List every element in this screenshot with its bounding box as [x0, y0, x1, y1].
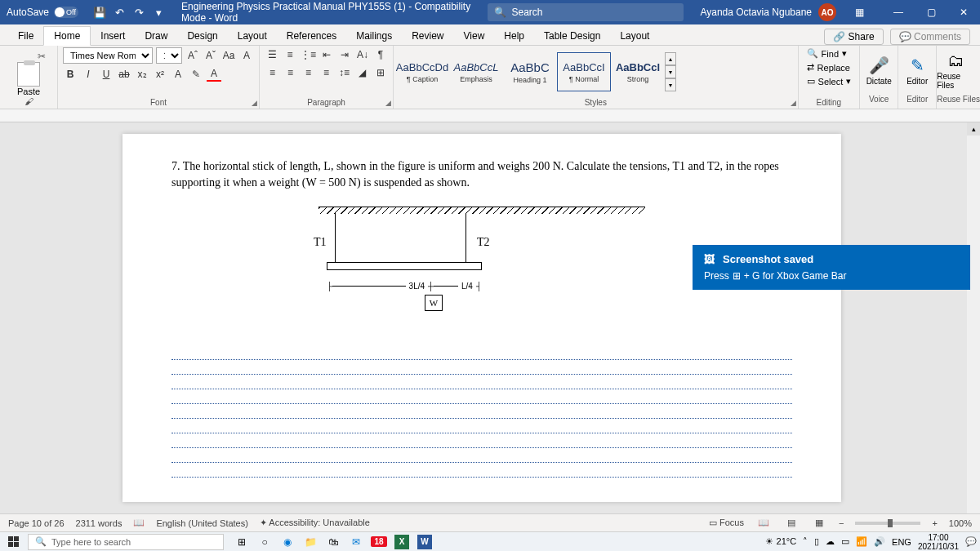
shrink-font-icon[interactable]: Aˇ	[203, 48, 218, 63]
subscript-button[interactable]: x₂	[135, 67, 149, 82]
notifications-icon[interactable]: 💬	[965, 536, 977, 547]
zoom-slider[interactable]	[855, 522, 920, 525]
text-effects-icon[interactable]: A	[171, 67, 185, 82]
save-icon[interactable]: 💾	[91, 4, 108, 20]
onedrive-icon[interactable]: ☁	[826, 536, 835, 547]
tab-design[interactable]: Design	[177, 27, 227, 45]
highlight-icon[interactable]: ✎	[189, 67, 203, 82]
tab-review[interactable]: Review	[402, 27, 453, 45]
volume-icon[interactable]: 🔊	[874, 536, 885, 547]
dictate-button[interactable]: 🎤 Dictate	[860, 46, 898, 95]
tab-view[interactable]: View	[454, 27, 495, 45]
document-page[interactable]: 7. The horizontal stick of length, L, sh…	[122, 134, 841, 502]
justify-icon[interactable]: ≡	[319, 65, 334, 80]
clock[interactable]: 17:00 2021/10/31	[918, 533, 959, 551]
accessibility-indicator[interactable]: ✦ Accessibility: Unavailable	[260, 518, 370, 528]
clear-format-icon[interactable]: A	[239, 48, 254, 63]
reuse-files-button[interactable]: 🗂 Reuse Files	[937, 46, 974, 95]
format-painter-icon[interactable]: 🖌	[24, 96, 33, 106]
paste-icon[interactable]	[17, 62, 40, 87]
tab-help[interactable]: Help	[494, 27, 534, 45]
user-avatar[interactable]: AO	[818, 3, 836, 21]
tray-chevron-icon[interactable]: ˄	[803, 536, 808, 547]
zoom-out-button[interactable]: −	[839, 518, 844, 528]
font-family-select[interactable]: Times New Roma	[63, 47, 153, 64]
zoom-level[interactable]: 100%	[949, 518, 972, 528]
spellcheck-icon[interactable]: 📖	[133, 518, 145, 528]
weather-widget[interactable]: ☀ 21°C	[765, 536, 796, 547]
read-mode-icon[interactable]: 📖	[755, 517, 772, 530]
tab-home[interactable]: Home	[43, 26, 91, 46]
show-marks-icon[interactable]: ¶	[373, 47, 388, 62]
mail-icon[interactable]: ✉	[348, 534, 364, 550]
focus-mode-button[interactable]: ▭ Focus	[709, 518, 744, 528]
line-spacing-icon[interactable]: ↕≡	[337, 65, 352, 80]
decrease-indent-icon[interactable]: ⇤	[319, 47, 334, 62]
sort-icon[interactable]: A↓	[355, 47, 370, 62]
qat-dropdown-icon[interactable]: ▾	[150, 4, 167, 20]
word-taskbar-icon[interactable]: W	[416, 534, 433, 550]
align-center-icon[interactable]: ≡	[283, 65, 298, 80]
start-button[interactable]	[3, 534, 23, 550]
scroll-up-icon[interactable]: ▴	[967, 122, 980, 136]
tab-mailings[interactable]: Mailings	[346, 27, 402, 45]
screenshot-toast[interactable]: 🖼 Screenshot saved Press ⊞ + G for Xbox …	[693, 245, 970, 290]
replace-button[interactable]: ⇄Replace	[804, 61, 853, 73]
select-button[interactable]: ▭Select ▾	[804, 75, 855, 87]
grow-font-icon[interactable]: Aˆ	[185, 48, 200, 63]
align-right-icon[interactable]: ≡	[301, 65, 316, 80]
search-box[interactable]: 🔍 Search	[488, 3, 684, 21]
bold-button[interactable]: B	[63, 67, 78, 82]
cut-icon[interactable]: ✂	[38, 51, 46, 62]
tab-insert[interactable]: Insert	[91, 27, 135, 45]
zoom-in-button[interactable]: +	[932, 518, 937, 528]
style-emphasis[interactable]: AaBbCcLEmphasis	[449, 52, 503, 91]
wifi-icon[interactable]: 📶	[856, 536, 867, 547]
network-icon[interactable]: ▭	[841, 536, 849, 547]
tab-table-design[interactable]: Table Design	[534, 27, 610, 45]
find-button[interactable]: 🔍Find ▾	[804, 47, 850, 60]
comments-button[interactable]: 💬 Comments	[890, 29, 970, 45]
autosave-toggle[interactable]: AutoSave Off	[0, 7, 85, 18]
style-strong[interactable]: AaBbCclStrong	[611, 52, 665, 91]
editor-button[interactable]: ✎ Editor	[898, 46, 936, 95]
maximize-icon[interactable]: ▢	[915, 0, 947, 24]
language-tray[interactable]: ENG	[892, 537, 911, 547]
style-normal[interactable]: AaBbCcI¶ Normal	[557, 52, 611, 91]
style-caption[interactable]: AaBbCcDd¶ Caption	[395, 52, 449, 91]
minimize-icon[interactable]: —	[882, 0, 915, 24]
font-color-icon[interactable]: A	[207, 67, 221, 82]
undo-icon[interactable]: ↶	[111, 4, 127, 20]
tab-draw[interactable]: Draw	[135, 27, 177, 45]
italic-button[interactable]: I	[81, 67, 96, 82]
page-indicator[interactable]: Page 10 of 26	[8, 518, 65, 528]
bullets-icon[interactable]: ☰	[265, 47, 279, 62]
change-case-icon[interactable]: Aa	[221, 48, 236, 63]
increase-indent-icon[interactable]: ⇥	[337, 47, 352, 62]
styles-launcher-icon[interactable]: ◢	[791, 99, 796, 107]
calendar-icon[interactable]: 18	[371, 534, 387, 550]
language-indicator[interactable]: English (United States)	[156, 518, 248, 528]
explorer-icon[interactable]: 📁	[302, 534, 318, 550]
close-icon[interactable]: ✕	[947, 0, 980, 24]
underline-button[interactable]: U	[99, 67, 114, 82]
print-layout-icon[interactable]: ▤	[783, 517, 800, 530]
horizontal-ruler[interactable]	[0, 109, 980, 122]
strike-button[interactable]: ab	[117, 67, 131, 82]
taskbar-search[interactable]: 🔍 Type here to search	[28, 534, 224, 550]
battery-icon[interactable]: ▯	[814, 536, 819, 547]
word-count[interactable]: 2311 words	[76, 518, 122, 528]
paragraph-launcher-icon[interactable]: ◢	[385, 99, 391, 107]
tab-table-layout[interactable]: Layout	[610, 27, 659, 45]
tab-layout[interactable]: Layout	[228, 27, 277, 45]
share-button[interactable]: 🔗 Share	[824, 29, 883, 45]
style-heading1[interactable]: AaBbCHeading 1	[503, 52, 557, 91]
superscript-button[interactable]: x²	[153, 67, 167, 82]
tab-references[interactable]: References	[277, 27, 346, 45]
numbering-icon[interactable]: ≡	[283, 47, 297, 62]
excel-taskbar-icon[interactable]: X	[394, 534, 410, 550]
shading-icon[interactable]: ◢	[355, 65, 370, 80]
borders-icon[interactable]: ⊞	[373, 65, 388, 80]
font-launcher-icon[interactable]: ◢	[252, 99, 257, 107]
redo-icon[interactable]: ↷	[131, 4, 147, 20]
